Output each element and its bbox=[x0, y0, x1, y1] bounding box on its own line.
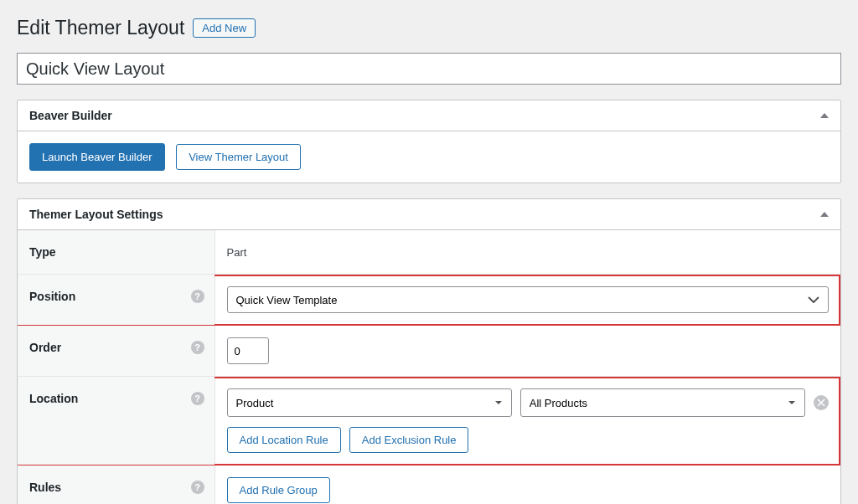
view-themer-layout-button[interactable]: View Themer Layout bbox=[176, 144, 301, 170]
beaver-builder-box-body: Launch Beaver Builder View Themer Layout bbox=[18, 131, 840, 183]
beaver-builder-box: Beaver Builder Launch Beaver Builder Vie… bbox=[17, 100, 841, 183]
location-rule-row: Product All Products bbox=[227, 388, 830, 417]
settings-box-title: Themer Layout Settings bbox=[29, 208, 163, 221]
type-label: Type bbox=[18, 230, 214, 275]
location-label: Location ? bbox=[18, 377, 214, 465]
settings-box-body: Type Part Position ? Quick View Template bbox=[18, 230, 840, 504]
launch-beaver-builder-button[interactable]: Launch Beaver Builder bbox=[29, 143, 165, 171]
location-buttons: Add Location Rule Add Exclusion Rule bbox=[227, 427, 830, 453]
add-rule-group-button[interactable]: Add Rule Group bbox=[227, 477, 330, 503]
remove-rule-icon[interactable] bbox=[814, 395, 829, 410]
type-row: Type Part bbox=[18, 230, 840, 275]
themer-layout-settings-box: Themer Layout Settings Type Part Positio… bbox=[17, 198, 841, 504]
help-icon[interactable]: ? bbox=[191, 290, 204, 303]
collapse-icon[interactable] bbox=[820, 113, 829, 118]
help-icon[interactable]: ? bbox=[191, 392, 204, 405]
location-type-select[interactable]: Product bbox=[227, 388, 512, 417]
help-icon[interactable]: ? bbox=[191, 341, 204, 354]
location-row: Location ? Product All Products bbox=[18, 377, 840, 465]
layout-title-input[interactable] bbox=[17, 53, 841, 85]
add-location-rule-button[interactable]: Add Location Rule bbox=[227, 427, 341, 453]
type-value: Part bbox=[227, 246, 247, 259]
position-label: Position ? bbox=[18, 275, 214, 326]
order-row: Order ? bbox=[18, 326, 840, 377]
rules-label: Rules ? bbox=[18, 465, 214, 505]
page-title: Edit Themer Layout bbox=[17, 17, 184, 39]
beaver-builder-box-title: Beaver Builder bbox=[29, 109, 112, 122]
rules-row: Rules ? Add Rule Group bbox=[18, 465, 840, 505]
settings-table: Type Part Position ? Quick View Template bbox=[18, 230, 840, 504]
position-select[interactable]: Quick View Template bbox=[227, 286, 830, 313]
add-exclusion-rule-button[interactable]: Add Exclusion Rule bbox=[349, 427, 469, 453]
position-row: Position ? Quick View Template bbox=[18, 275, 840, 326]
collapse-icon[interactable] bbox=[820, 212, 829, 217]
add-new-button[interactable]: Add New bbox=[193, 18, 256, 38]
settings-box-header[interactable]: Themer Layout Settings bbox=[18, 199, 840, 230]
help-icon[interactable]: ? bbox=[191, 481, 204, 494]
order-label: Order ? bbox=[18, 326, 214, 377]
order-input[interactable] bbox=[227, 337, 269, 364]
location-target-select[interactable]: All Products bbox=[520, 388, 805, 417]
beaver-builder-box-header[interactable]: Beaver Builder bbox=[18, 100, 840, 131]
page-header: Edit Themer Layout Add New bbox=[17, 17, 841, 39]
